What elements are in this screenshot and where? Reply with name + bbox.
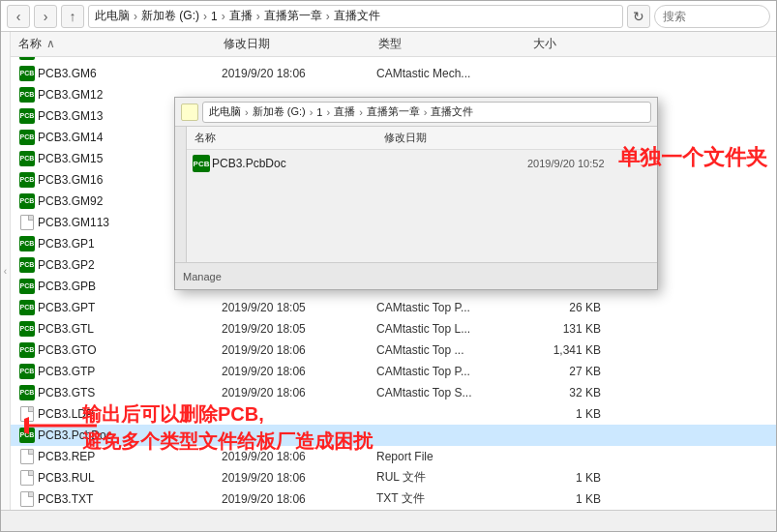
table-row[interactable]: PCB3.RUL 2019/9/20 18:06 RUL 文件 1 KB [11,467,776,488]
pcb-icon: PCB [19,87,35,103]
popup-file-row[interactable]: PCB PCB3.PcbDoc 2019/9/20 10:52 [187,150,657,177]
file-icon-container: PCB [16,318,38,340]
path-part-4[interactable]: 直播第一章 [264,8,322,24]
annotation-text-delete: 输出后可以删除PCB, [82,401,264,428]
popup-col-headers: 名称 修改日期 [187,127,657,150]
file-name: PCB3.GTS [38,386,222,399]
file-date: 2019/9/20 18:06 [222,343,376,357]
pcb-icon: PCB [19,364,35,379]
pcb-icon: PCB [19,385,35,400]
file-icon-container: PCB [16,254,38,276]
file-type: Report File [376,450,531,463]
status-bar [1,510,776,531]
forward-button[interactable]: › [34,5,57,28]
pcb-icon: PCB [19,257,35,273]
table-row[interactable]: PCB PCB3.GTL 2019/9/20 18:05 CAMtastic T… [11,318,776,340]
col-header-name[interactable]: 名称 ∧ [11,36,224,52]
pcb-icon: PCB [19,321,35,337]
popup-path-1[interactable]: 新加卷 (G:) [253,104,306,119]
sidebar-collapse-arrow[interactable]: ‹ [4,266,7,277]
table-row[interactable]: PCB PCB3.GTO 2019/9/20 18:06 CAMtastic T… [11,340,776,361]
popup-col-date[interactable]: 修改日期 [384,131,500,145]
table-row[interactable]: PCB PCB3.GTP 2019/9/20 18:06 CAMtastic T… [11,361,776,382]
file-date: 2019/9/20 18:06 [222,365,376,378]
popup-col-name[interactable]: 名称 [191,131,384,145]
popup-content: 名称 修改日期 PCB PCB3.PcbDoc 2019/9/20 10:52 [175,127,657,262]
search-input[interactable] [654,5,770,28]
refresh-button[interactable]: ↻ [627,5,650,28]
pcb-icon: PCB [19,66,35,81]
file-type: TXT 文件 [376,490,531,507]
file-type: CAMtastic Top ... [376,343,531,357]
popup-bottom-bar: Manage [175,262,657,289]
table-row[interactable]: PCB PCB3.GM6 2019/9/20 18:06 CAMtastic M… [11,63,776,84]
pcb-icon: PCB [19,130,35,145]
popup-path-2[interactable]: 1 [316,106,322,118]
file-size: 32 KB [531,386,609,399]
file-date: 2019/9/20 18:06 [222,492,376,506]
file-date: 2019/9/20 18:06 [222,471,376,485]
file-icon-container: PCB [16,84,38,105]
file-icon-container: PCB [16,297,38,318]
file-icon-container: PCB [16,361,38,382]
file-icon-container: PCB [16,169,38,191]
file-icon-container: PCB [16,276,38,297]
file-icon-container [16,446,38,467]
popup-path-4[interactable]: 直播第一章 [367,104,420,119]
pcb-icon: PCB [19,57,35,60]
file-size: 26 KB [531,301,609,314]
path-part-0[interactable]: 此电脑 [95,8,130,24]
file-size: 1 KB [531,471,609,485]
address-path[interactable]: 此电脑 › 新加卷 (G:) › 1 › 直播 › 直播第一章 › 直播文件 [88,5,623,28]
file-icon-container: PCB [16,127,38,148]
annotation-text-folder: 单独一个文件夹 [618,143,767,172]
file-size: 27 KB [531,365,609,378]
col-header-size[interactable]: 大小 [533,36,611,52]
col-header-type[interactable]: 类型 [378,36,533,52]
file-name: PCB3.GTO [38,343,222,357]
col-header-date[interactable]: 修改日期 [224,36,378,52]
file-icon-container: PCB [16,382,38,403]
popup-manage-label[interactable]: Manage [183,271,222,282]
file-icon-container [16,212,38,233]
popup-sidebar [175,127,187,262]
file-size: 1 KB [531,492,609,506]
popup-path-0[interactable]: 此电脑 [209,104,241,119]
popup-file-icon-pcbdoc: PCB [191,153,212,174]
path-part-3[interactable]: 直播 [229,8,253,24]
file-icon-container: PCB [16,63,38,84]
pcb-icon: PCB [19,300,35,315]
path-part-5[interactable]: 直播文件 [334,8,380,24]
file-type: CAMtastic Top P... [376,365,531,378]
file-name: PCB3.GPT [38,301,222,314]
popup-folder-icon [181,103,198,121]
popup-file-area: 名称 修改日期 PCB PCB3.PcbDoc 2019/9/20 10:52 [187,127,657,262]
file-size: 32 KB [531,57,609,59]
table-row[interactable]: PCB3.TXT 2019/9/20 18:06 TXT 文件 1 KB [11,488,776,510]
popup-path-5[interactable]: 直播文件 [431,104,473,119]
file-name: PCB3.GTL [38,322,222,336]
file-date: 2019/9/20 18:06 [222,57,376,59]
file-type: CAMtastic Mech... [376,67,531,80]
pcb-icon: PCB [19,279,35,294]
sep-2: › [222,10,225,23]
popup-path-3[interactable]: 直播 [334,104,355,119]
file-type: CAMtastic Top P... [376,301,531,314]
table-row[interactable]: PCB PCB3.GPT 2019/9/20 18:05 CAMtastic T… [11,297,776,318]
popup-path[interactable]: 此电脑 › 新加卷 (G:) › 1 › 直播 › 直播第一章 › 直播文件 [202,102,651,123]
file-date: 2019/9/20 18:06 [222,67,376,80]
popup-file-list[interactable]: PCB PCB3.PcbDoc 2019/9/20 10:52 [187,150,657,262]
table-row[interactable]: PCB PCB3.GTS 2019/9/20 18:06 CAMtastic T… [11,382,776,403]
popup-file-name[interactable]: PCB3.PcbDoc [212,157,527,170]
file-type: CAMtastic Mech... [376,57,531,59]
file-icon-container: PCB [16,233,38,254]
path-part-1[interactable]: 新加卷 (G:) [141,8,199,24]
path-part-2[interactable]: 1 [211,10,218,23]
file-icon-container: PCB [16,105,38,127]
file-icon [20,215,34,230]
back-button[interactable]: ‹ [7,5,30,28]
file-icon-container: PCB [16,148,38,169]
file-date: 2019/9/20 18:05 [222,322,376,336]
up-button[interactable]: ↑ [61,5,84,28]
file-name: PCB3.GM5 [38,57,222,59]
